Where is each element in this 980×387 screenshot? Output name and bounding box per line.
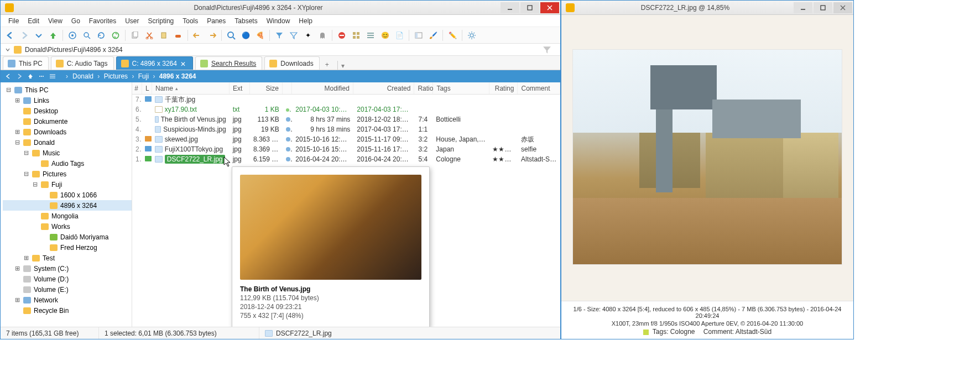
redo-icon[interactable] <box>206 29 218 41</box>
crumb[interactable]: Pictures <box>102 72 130 80</box>
menu-panes[interactable]: Panes <box>202 16 230 26</box>
menu-edit[interactable]: Edit <box>23 16 44 26</box>
refresh-icon[interactable] <box>95 29 107 41</box>
maximize-button[interactable] <box>520 2 539 13</box>
find-icon[interactable] <box>81 29 93 41</box>
tree-item[interactable]: Dokumente <box>3 116 132 127</box>
crumb-list-icon[interactable] <box>48 72 57 81</box>
column-headers[interactable]: #LName▴ExtSizeModifiedCreatedRatioTagsRa… <box>132 82 560 95</box>
zoom-icon[interactable] <box>225 29 237 41</box>
minimize-button[interactable] <box>501 2 519 13</box>
tree-item[interactable]: ⊟Fuji <box>3 179 132 190</box>
file-row[interactable]: 2FujiX100TTokyo.jpgjpg8.369 KB2015-10-16… <box>132 144 560 154</box>
crumb[interactable]: 4896 x 3264 <box>157 72 199 80</box>
tree-item[interactable]: Works <box>3 221 132 232</box>
folder-tree[interactable]: ⊟This PC⊞LinksDesktopDokumente⊞Downloads… <box>1 82 132 327</box>
copy-icon[interactable] <box>129 29 141 41</box>
menu-tabsets[interactable]: Tabsets <box>230 16 262 26</box>
preview-area[interactable] <box>561 15 853 301</box>
column-header[interactable]: Comment <box>518 82 560 94</box>
forward-button[interactable] <box>18 29 30 41</box>
tab[interactable]: C: Audio Tags <box>51 56 114 70</box>
tree-item[interactable]: ⊟Pictures <box>3 169 132 179</box>
filter-icon[interactable] <box>543 45 551 54</box>
column-header[interactable]: Name▴ <box>152 82 230 94</box>
column-header[interactable]: Created <box>353 82 415 94</box>
menu-window[interactable]: Window <box>262 16 295 26</box>
ghost-icon[interactable] <box>316 29 329 41</box>
stop-icon[interactable] <box>336 29 348 41</box>
tree-item[interactable]: ⊞System (C:) <box>3 263 132 274</box>
tree-item[interactable]: ⊞Links <box>3 95 132 106</box>
column-header[interactable]: Rating <box>489 82 518 94</box>
tree-item[interactable]: Mongolia <box>3 211 132 221</box>
paste-icon[interactable] <box>158 29 170 41</box>
back-button[interactable] <box>4 29 16 41</box>
panel-icon[interactable] <box>413 29 425 41</box>
file-row[interactable]: 7千葉市.jpg <box>132 95 560 104</box>
column-header[interactable] <box>283 82 292 94</box>
brush-icon[interactable]: 🖌️ <box>427 29 439 41</box>
wand-icon[interactable]: ✦ <box>302 29 314 41</box>
pizza-icon[interactable]: 🍕 <box>254 29 266 41</box>
column-header[interactable]: Ratio <box>414 82 433 94</box>
maximize-button[interactable] <box>814 2 832 13</box>
tree-item[interactable]: ⊟This PC <box>3 85 132 95</box>
delete-icon[interactable] <box>172 29 184 41</box>
menu-help[interactable]: Help <box>294 16 317 26</box>
funnel2-icon[interactable] <box>288 29 300 41</box>
tree-item[interactable]: ⊞Downloads <box>3 127 132 137</box>
tree-item[interactable]: Fred Herzog <box>3 242 132 253</box>
column-header[interactable]: # <box>132 82 142 94</box>
tree-item[interactable]: Volume (D:) <box>3 274 132 284</box>
note-icon[interactable]: 📄 <box>393 29 405 41</box>
file-list[interactable]: 7千葉市.jpg6xy17.90.txttxt1 KB2017-04-03 10… <box>132 95 560 327</box>
funnel-icon[interactable] <box>273 29 285 41</box>
column-header[interactable]: Size <box>250 82 283 94</box>
crumb[interactable]: Fuji <box>136 72 151 80</box>
list-icon[interactable] <box>364 29 377 41</box>
pencil-icon[interactable]: ✏️ <box>446 29 458 41</box>
crumb[interactable]: Donald <box>70 72 96 80</box>
file-row[interactable]: 4Suspicious-Minds.jpgjpg19 KB9 hrs 18 mi… <box>132 124 560 134</box>
crumb-dots-icon[interactable] <box>37 72 46 81</box>
tab-add-button[interactable]: + <box>325 61 334 70</box>
tree-item[interactable]: Volume (E:) <box>3 284 132 295</box>
recent-button[interactable] <box>33 29 45 41</box>
tab[interactable]: Downloads <box>264 56 319 70</box>
minimize-button[interactable] <box>794 2 812 13</box>
file-row[interactable]: 6xy17.90.txttxt1 KB2017-04-03 10:36:4420… <box>132 104 560 114</box>
tab[interactable]: Search Results <box>195 56 262 70</box>
tree-item[interactable]: Recycle Bin <box>3 305 132 316</box>
tab[interactable]: C: 4896 x 3264✕ <box>116 56 193 70</box>
color-icon[interactable]: 🔵 <box>239 29 252 41</box>
tab[interactable]: This PC <box>3 56 49 70</box>
tree-item[interactable]: ⊟Music <box>3 148 132 158</box>
crumb-up-icon[interactable] <box>26 72 35 81</box>
file-row[interactable]: 5The Birth of Venus.jpgjpg113 KB8 hrs 37… <box>132 114 560 124</box>
menu-tools[interactable]: Tools <box>178 16 202 26</box>
tab-dropdown-icon[interactable]: ▾ <box>341 62 345 70</box>
column-header[interactable]: Modified <box>292 82 353 94</box>
close-button[interactable] <box>833 2 852 13</box>
tree-item[interactable]: Audio Tags <box>3 158 132 169</box>
close-button[interactable] <box>540 2 559 13</box>
tree-item[interactable]: ⊟Donald <box>3 137 132 148</box>
menu-favorites[interactable]: Favorites <box>85 16 121 26</box>
column-header[interactable]: Ext <box>230 82 250 94</box>
grid-icon[interactable] <box>350 29 362 41</box>
column-header[interactable]: L <box>142 82 152 94</box>
tree-item[interactable]: 1600 x 1066 <box>3 190 132 200</box>
tree-item[interactable]: ⊞Network <box>3 295 132 305</box>
address-bar[interactable]: Donald\Pictures\Fuji\4896 x 3264 <box>1 44 560 56</box>
crumb-back-icon[interactable] <box>4 72 13 81</box>
menu-go[interactable]: Go <box>67 16 85 26</box>
target-icon[interactable] <box>66 29 79 41</box>
up-button[interactable] <box>47 29 59 41</box>
undo-icon[interactable] <box>191 29 204 41</box>
file-row[interactable]: 1DSCF2722_LR.jpgjpg6.159 KB2016-04-24 20… <box>132 154 560 164</box>
menu-scripting[interactable]: Scripting <box>144 16 179 26</box>
tree-item[interactable]: ⊞Test <box>3 253 132 263</box>
gear-icon[interactable] <box>466 29 478 41</box>
cut-icon[interactable] <box>143 29 155 41</box>
